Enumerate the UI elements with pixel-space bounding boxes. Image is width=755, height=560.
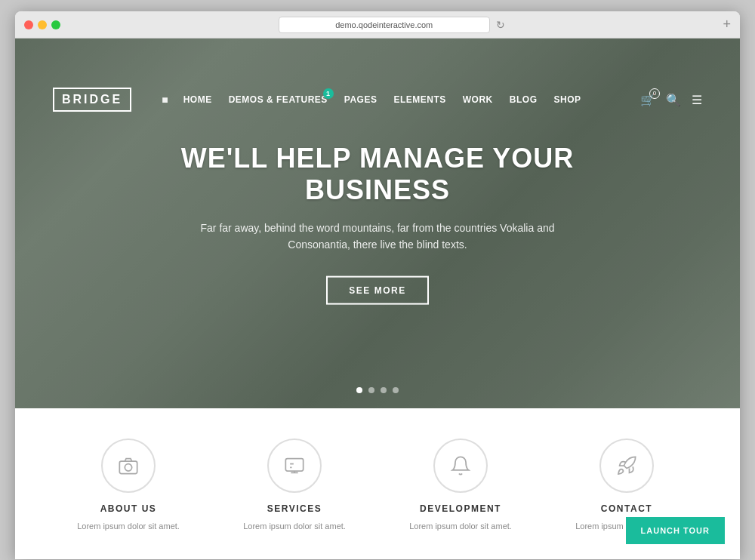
nav-item-blog[interactable]: BLOG bbox=[510, 94, 538, 105]
close-button[interactable] bbox=[24, 20, 33, 29]
grid-icon: ■ bbox=[162, 94, 168, 106]
maximize-button[interactable] bbox=[51, 20, 60, 29]
new-tab-button[interactable]: + bbox=[723, 17, 731, 32]
address-bar: demo.qodeinteractive.com ↻ bbox=[66, 17, 716, 33]
launch-tour-button[interactable]: LAUNCH TOUR bbox=[626, 517, 725, 544]
nav-item-elements[interactable]: ELEMENTS bbox=[393, 94, 445, 105]
demos-badge: 1 bbox=[323, 88, 334, 99]
feature-services-title: SERVICES bbox=[267, 503, 322, 514]
about-icon-circle bbox=[101, 438, 156, 493]
refresh-icon[interactable]: ↻ bbox=[496, 19, 505, 31]
cart-icon[interactable]: 🛒 0 bbox=[640, 93, 655, 107]
feature-about-desc: Lorem ipsum dolor sit amet. bbox=[77, 520, 180, 533]
nav-item-demos[interactable]: DEMOS & FEATURES 1 bbox=[229, 94, 328, 105]
minimize-button[interactable] bbox=[38, 20, 47, 29]
nav-item-home[interactable]: HOME bbox=[183, 94, 212, 105]
feature-development: DEVELOPMENT Lorem ipsum dolor sit amet. bbox=[378, 438, 544, 544]
feature-about-title: ABOUT US bbox=[100, 503, 157, 514]
contact-icon-circle bbox=[599, 438, 654, 493]
hero-content: WE'LL HELP MANAGE YOUR BUSINESS Far far … bbox=[113, 143, 642, 305]
navigation: BRIDGE ■ HOME DEMOS & FEATURES 1 PAGES E… bbox=[30, 77, 725, 122]
feature-services-desc: Lorem ipsum dolor sit amet. bbox=[243, 520, 346, 533]
features-section: ABOUT US Lorem ipsum dolor sit amet. SER… bbox=[15, 408, 740, 559]
feature-development-title: DEVELOPMENT bbox=[420, 503, 501, 514]
svg-rect-2 bbox=[285, 459, 303, 471]
hero-subtitle: Far far away, behind the word mountains,… bbox=[189, 220, 566, 254]
slide-dot-4[interactable] bbox=[393, 387, 399, 393]
traffic-lights bbox=[24, 20, 60, 29]
url-input[interactable]: demo.qodeinteractive.com bbox=[279, 17, 490, 33]
nav-item-shop[interactable]: SHOP bbox=[553, 94, 581, 105]
services-icon-circle bbox=[267, 438, 322, 493]
browser-window: demo.qodeinteractive.com ↻ + BRIDGE ■ HO… bbox=[15, 11, 740, 559]
browser-titlebar: demo.qodeinteractive.com ↻ + bbox=[15, 11, 740, 38]
nav-links: HOME DEMOS & FEATURES 1 PAGES ELEMENTS W… bbox=[183, 94, 640, 105]
feature-about: ABOUT US Lorem ipsum dolor sit amet. bbox=[45, 438, 211, 544]
slide-dot-2[interactable] bbox=[368, 387, 374, 393]
feature-development-desc: Lorem ipsum dolor sit amet. bbox=[409, 520, 512, 533]
feature-services: SERVICES Lorem ipsum dolor sit amet. bbox=[211, 438, 378, 544]
slide-dot-3[interactable] bbox=[381, 387, 387, 393]
website-content: BRIDGE ■ HOME DEMOS & FEATURES 1 PAGES E… bbox=[15, 38, 740, 559]
bell-icon bbox=[450, 455, 471, 476]
nav-item-work[interactable]: WORK bbox=[463, 94, 493, 105]
camera-icon bbox=[118, 455, 139, 476]
monitor-icon bbox=[284, 455, 305, 476]
search-icon[interactable]: 🔍 bbox=[666, 93, 681, 107]
development-icon-circle bbox=[433, 438, 488, 493]
hero-title: WE'LL HELP MANAGE YOUR BUSINESS bbox=[113, 143, 642, 206]
hamburger-icon[interactable]: ☰ bbox=[692, 93, 702, 107]
see-more-button[interactable]: SEE MORE bbox=[326, 275, 428, 304]
hero-section: BRIDGE ■ HOME DEMOS & FEATURES 1 PAGES E… bbox=[15, 38, 740, 408]
feature-contact-title: CONTACT bbox=[601, 503, 652, 514]
svg-rect-0 bbox=[119, 461, 137, 473]
logo[interactable]: BRIDGE bbox=[53, 88, 131, 112]
nav-actions: 🛒 0 🔍 ☰ bbox=[640, 93, 702, 107]
nav-item-pages[interactable]: PAGES bbox=[344, 94, 378, 105]
rocket-icon bbox=[616, 455, 637, 476]
svg-point-1 bbox=[125, 464, 131, 471]
cart-count: 0 bbox=[649, 88, 660, 99]
slide-dot-1[interactable] bbox=[356, 387, 362, 393]
slide-indicators bbox=[356, 387, 399, 393]
